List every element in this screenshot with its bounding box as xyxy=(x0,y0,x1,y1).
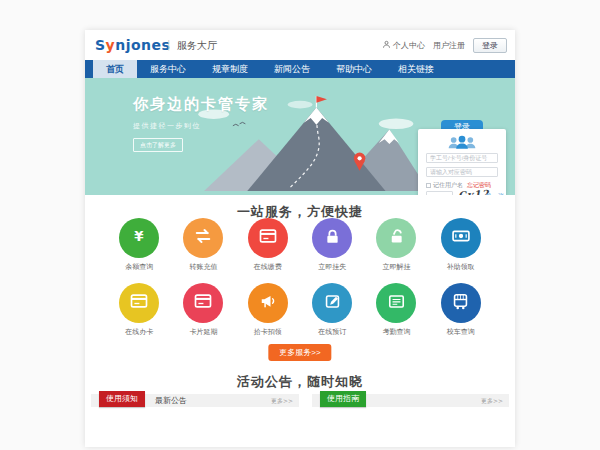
login-panel: 登录 记住用户名 xyxy=(418,120,506,195)
transfer-icon-circle xyxy=(183,218,223,258)
nav-item-service-center[interactable]: 服务中心 xyxy=(137,60,199,78)
service-item-card-renewal[interactable]: 卡片延期 xyxy=(171,283,235,337)
nav-item-home[interactable]: 首页 xyxy=(93,60,137,78)
more-services-button[interactable]: 更多服务>> xyxy=(268,344,331,361)
bus-icon xyxy=(451,292,470,315)
banner-text-block: 你身边的卡管专家 提供捷径一步到位 点击了解更多 xyxy=(133,95,269,152)
service-item-apply-card[interactable]: 在线办卡 xyxy=(107,283,171,337)
logo-text: S xyxy=(95,37,106,53)
service-item-report-loss[interactable]: 立即挂失 xyxy=(300,218,364,272)
megaphone-icon-circle xyxy=(248,283,288,323)
login-form: 记住用户名 忘记密码 Cy12 换一张 登录 xyxy=(418,129,506,195)
lock-icon xyxy=(323,227,342,250)
service-item-attendance[interactable]: 考勤查询 xyxy=(364,283,428,337)
service-item-unlock[interactable]: 立即解挂 xyxy=(364,218,428,272)
lock-icon-circle xyxy=(312,218,352,258)
service-label: 考勤查询 xyxy=(364,327,428,337)
hero-banner: 你身边的卡管专家 提供捷径一步到位 点击了解更多 xyxy=(85,78,515,195)
username-input[interactable] xyxy=(426,153,498,163)
header: Synjones | 服务大厅 个人中心 用户注册 登录 xyxy=(85,30,515,60)
service-item-balance[interactable]: ¥ 余额查询 xyxy=(107,218,171,272)
service-label: 立即解挂 xyxy=(364,262,428,272)
service-label: 余额查询 xyxy=(107,262,171,272)
banknote-icon-circle xyxy=(441,218,481,258)
unlock-icon-circle xyxy=(376,218,416,258)
service-label: 补助领取 xyxy=(429,262,493,272)
edit-icon-circle xyxy=(312,283,352,323)
renewal-icon-circle xyxy=(183,283,223,323)
main-nav: 首页 服务中心 规章制度 新闻公告 帮助中心 相关链接 xyxy=(85,60,515,78)
card-icon xyxy=(129,291,149,315)
personal-center-link[interactable]: 个人中心 xyxy=(382,40,425,51)
services-grid: ¥ 余额查询 转账充值 在线缴费 立即挂失 立即解挂 补助领取 xyxy=(107,218,493,348)
personal-center-label: 个人中心 xyxy=(393,40,425,51)
password-input[interactable] xyxy=(426,167,498,177)
list-icon xyxy=(387,292,406,315)
more-link-right[interactable]: 更多>> xyxy=(481,394,503,407)
nav-item-links[interactable]: 相关链接 xyxy=(385,60,447,78)
person-icon xyxy=(382,40,391,51)
unlock-icon xyxy=(387,227,406,250)
service-item-online-payment[interactable]: 在线缴费 xyxy=(236,218,300,272)
announcements-section: 活动公告，随时知晓 使用须知 最新公告 更多>> 使用指南 更多>> xyxy=(85,365,515,447)
logo[interactable]: Synjones xyxy=(95,37,170,53)
service-item-online-booking[interactable]: 在线预订 xyxy=(300,283,364,337)
card-icon xyxy=(193,291,213,315)
megaphone-icon xyxy=(258,291,278,315)
banner-more-button[interactable]: 点击了解更多 xyxy=(133,138,183,152)
payment-icon-circle xyxy=(248,218,288,258)
logo-accent: y xyxy=(106,37,116,53)
tab-usage-notice[interactable]: 使用须知 xyxy=(99,391,145,407)
more-link-left[interactable]: 更多>> xyxy=(271,394,293,407)
tab-user-guide[interactable]: 使用指南 xyxy=(320,391,366,407)
nav-item-news[interactable]: 新闻公告 xyxy=(261,60,323,78)
apply-card-icon-circle xyxy=(119,283,159,323)
service-label: 在线缴费 xyxy=(236,262,300,272)
header-login-button[interactable]: 登录 xyxy=(473,38,507,53)
banner-title: 你身边的卡管专家 xyxy=(133,95,269,114)
service-item-school-bus[interactable]: 校车查询 xyxy=(429,283,493,337)
service-item-found-card[interactable]: 拾卡招领 xyxy=(236,283,300,337)
service-label: 校车查询 xyxy=(429,327,493,337)
service-item-subsidy[interactable]: 补助领取 xyxy=(429,218,493,272)
service-label: 卡片延期 xyxy=(171,327,235,337)
service-label: 拾卡招领 xyxy=(236,327,300,337)
edit-pencil-icon xyxy=(323,292,342,315)
service-label: 立即挂失 xyxy=(300,262,364,272)
service-label: 转账充值 xyxy=(171,262,235,272)
users-icon xyxy=(447,134,477,155)
list-icon-circle xyxy=(376,283,416,323)
user-register-label: 用户注册 xyxy=(433,40,465,51)
site-container: Synjones | 服务大厅 个人中心 用户注册 登录 首页 服务中心 规章制… xyxy=(85,30,515,447)
user-register-link[interactable]: 用户注册 xyxy=(433,40,465,51)
transfer-arrows-icon xyxy=(193,226,213,250)
announcements-panel-left: 使用须知 最新公告 更多>> xyxy=(91,394,299,407)
product-name: 服务大厅 xyxy=(177,39,217,53)
banner-subtitle: 提供捷径一步到位 xyxy=(133,121,269,131)
card-icon xyxy=(258,226,278,250)
bus-icon-circle xyxy=(441,283,481,323)
captcha-refresh-link[interactable]: 换一张 xyxy=(486,192,504,195)
balance-icon-circle: ¥ xyxy=(119,218,159,258)
remember-checkbox[interactable] xyxy=(426,183,431,188)
announcements-title: 活动公告，随时知晓 xyxy=(85,365,515,391)
logo-divider: | xyxy=(167,39,170,50)
nav-item-rules[interactable]: 规章制度 xyxy=(199,60,261,78)
remember-label: 记住用户名 xyxy=(433,181,463,190)
service-item-transfer[interactable]: 转账充值 xyxy=(171,218,235,272)
service-label: 在线办卡 xyxy=(107,327,171,337)
tab-latest-news[interactable]: 最新公告 xyxy=(155,394,187,407)
captcha-input[interactable] xyxy=(426,191,453,195)
banknote-icon xyxy=(451,226,471,250)
yen-icon: ¥ xyxy=(129,226,149,250)
announcements-panel-right: 使用指南 更多>> xyxy=(312,394,509,407)
logo-text-rest: njones xyxy=(115,37,170,53)
header-right: 个人中心 用户注册 登录 xyxy=(382,38,507,53)
services-section: 一站服务，方便快捷 ¥ 余额查询 转账充值 在线缴费 立即挂失 立即解挂 xyxy=(85,195,515,365)
service-label: 在线预订 xyxy=(300,327,364,337)
svg-text:¥: ¥ xyxy=(135,229,145,244)
nav-item-help-center[interactable]: 帮助中心 xyxy=(323,60,385,78)
